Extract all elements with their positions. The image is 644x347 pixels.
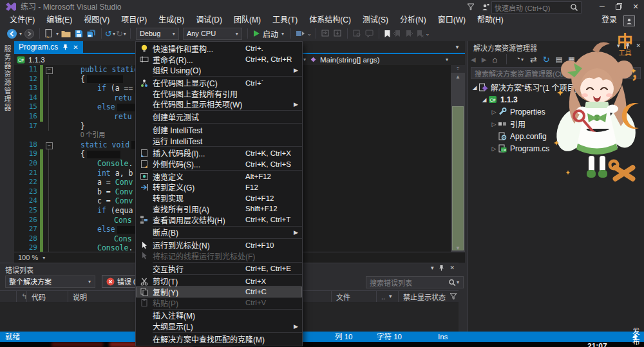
suppression-column-header[interactable]: 禁止显示状态	[399, 291, 458, 302]
navigate-back-dropdown-icon[interactable]: ▾	[19, 31, 22, 37]
start-debugging-button[interactable]: 启动 ▾	[254, 28, 285, 39]
solution-explorer-search[interactable]: 搜索解决方案资源管理器(Ctrl+;)	[471, 67, 641, 79]
back-icon[interactable]: ◀	[471, 55, 476, 64]
attach-debugger-icon[interactable]	[296, 29, 305, 38]
minimize-button[interactable]: ─	[594, 0, 611, 13]
toolbar-overflow-icon[interactable]: ⌄	[426, 31, 430, 37]
context-menu-item[interactable]: 在代码图上查找所有引用	[136, 88, 302, 99]
new-file-dropdown-icon[interactable]: ▾	[56, 31, 59, 37]
tree-collapsed-arrow-icon[interactable]: ▷	[490, 145, 498, 152]
new-file-button[interactable]	[44, 28, 54, 39]
tree-collapsed-arrow-icon[interactable]: ▷	[490, 109, 498, 115]
menubar-item[interactable]: 文件(F)	[4, 14, 41, 26]
menubar-item[interactable]: 工具(T)	[267, 14, 303, 26]
project-dropdown[interactable]: C# 1.1.3	[14, 56, 45, 64]
context-menu-item[interactable]: 大纲显示(L)▶	[136, 321, 302, 332]
bookmark-button[interactable]	[384, 30, 391, 38]
dots-column-header[interactable]: ..▼	[377, 291, 399, 302]
file-column-header[interactable]: 文件	[332, 291, 377, 302]
undo-button[interactable]: ↺	[105, 30, 112, 38]
context-menu-item[interactable]: 查看调用层次结构(H)Ctrl+K, Ctrl+T	[136, 214, 302, 225]
undo-dropdown-icon[interactable]: ▾	[113, 31, 115, 37]
tree-item-refs[interactable]: ▷引用	[468, 118, 644, 130]
save-button[interactable]	[74, 29, 84, 39]
tree-item-cs[interactable]: ▷C#Program.cs	[468, 142, 644, 155]
send-feedback-person-icon[interactable]	[482, 3, 489, 11]
pin-icon[interactable]	[62, 44, 68, 50]
menubar-item[interactable]: 窗口(W)	[432, 14, 471, 26]
context-menu-item[interactable]: 速览定义Alt+F12	[136, 171, 302, 182]
context-menu-item[interactable]: 在代码图上显示相关项(W)▶	[136, 99, 302, 110]
code-column-header[interactable]: 代码	[27, 291, 68, 302]
home-icon[interactable]: ⌂	[492, 55, 497, 64]
context-menu-item[interactable]: 在代码图上显示(C)Ctrl+`	[136, 77, 302, 88]
redo-button[interactable]: ↻	[116, 30, 123, 38]
bookmark-prev-icon[interactable]	[393, 30, 402, 38]
attach-dropdown-icon[interactable]: ⌄	[307, 31, 312, 37]
context-menu-item[interactable]: 转到实现Ctrl+F12	[136, 192, 302, 203]
publish-button[interactable]: 发布 ▴	[632, 332, 639, 342]
close-tab-icon[interactable]: ✕	[73, 44, 78, 51]
context-menu-item[interactable]: 插入注释(M)	[136, 310, 302, 321]
menubar-item[interactable]: 项目(P)	[115, 14, 153, 26]
forward-icon[interactable]: ▶	[482, 55, 487, 64]
fold-collapse-icon[interactable]: −	[43, 65, 55, 75]
error-list-search[interactable]: 搜索错误列表 ▾	[366, 276, 464, 288]
context-menu-item[interactable]: 外侧代码(S)...Ctrl+K, Ctrl+S	[136, 158, 302, 169]
context-menu-item[interactable]: 运行 IntelliTest	[136, 135, 302, 146]
context-menu-item[interactable]: 创建单元测试	[136, 111, 302, 122]
refresh-icon[interactable]: ↻	[543, 55, 550, 64]
step-into-icon[interactable]	[333, 29, 343, 38]
scroll-down-icon[interactable]: ▼	[451, 245, 465, 251]
menubar-item[interactable]: 调试(D)	[190, 14, 228, 26]
context-menu-item[interactable]: 创建 IntelliTest	[136, 124, 302, 135]
window-position-dropdown-icon[interactable]: ▾	[431, 265, 434, 271]
menubar-item[interactable]: 编辑(E)	[41, 14, 78, 26]
scope-filter-combo[interactable]: 整个解决方案 ▾	[5, 276, 95, 288]
menubar-item[interactable]: 帮助(H)	[471, 14, 509, 26]
tree-item-wrench[interactable]: ▷Properties	[468, 106, 644, 118]
server-explorer-vertical-tab[interactable]: 服务器资源管理器	[1, 45, 14, 112]
navigate-back-button[interactable]	[6, 28, 17, 39]
context-menu-item[interactable]: 运行到光标处(N)Ctrl+F10	[136, 239, 302, 250]
context-menu-item[interactable]: 重命名(R)...Ctrl+R, Ctrl+R	[136, 54, 302, 65]
step-over-icon[interactable]	[321, 29, 330, 38]
menubar-item[interactable]: 生成(B)	[153, 14, 190, 26]
scroll-up-icon[interactable]: ▲	[451, 74, 465, 80]
tree-collapsed-arrow-icon[interactable]: ▷	[490, 121, 498, 127]
avatar[interactable]	[623, 15, 635, 26]
tree-item-csproj[interactable]: ◢C#1.1.3	[468, 93, 644, 106]
context-menu-item[interactable]: 在解决方案中查找匹配的克隆(M)	[136, 333, 302, 344]
context-menu-item[interactable]: 组织 Using(O)▶	[136, 64, 302, 75]
debug-configuration-combo[interactable]: Debug ▾	[136, 28, 179, 40]
editor-zoom-control[interactable]: 100 % ▾	[14, 254, 46, 261]
context-menu-item[interactable]: 剪切(T)Ctrl+X	[136, 276, 302, 286]
close-panel-icon[interactable]: ✕	[636, 42, 641, 49]
severity-column-header[interactable]	[0, 291, 17, 302]
pin-icon[interactable]	[439, 265, 444, 271]
navigate-forward-button[interactable]	[24, 28, 35, 39]
sign-in-link[interactable]: 登录	[601, 14, 617, 26]
context-menu-item[interactable]: 复制(Y)Ctrl+C	[136, 286, 302, 297]
save-all-button[interactable]	[86, 29, 97, 39]
member-dropdown[interactable]: ▾ Main(string[] args) ▾	[303, 56, 448, 64]
redo-dropdown-icon[interactable]: ▾	[124, 31, 126, 37]
comment-icon[interactable]	[365, 29, 374, 38]
tree-expanded-arrow-icon[interactable]: ◢	[480, 97, 488, 103]
menubar-item[interactable]: 分析(N)	[394, 14, 432, 26]
vertical-scrollbar[interactable]: ÷ ▲ ▼ ▶	[451, 65, 465, 252]
restore-button[interactable]	[611, 0, 627, 13]
order-column-header[interactable]: ↰	[17, 291, 27, 302]
menubar-item[interactable]: 团队(M)	[228, 14, 267, 26]
context-menu-item[interactable]: 断点(B)▶	[136, 227, 302, 238]
find-in-files-icon[interactable]	[352, 29, 362, 38]
bookmark-next-icon[interactable]	[404, 30, 413, 38]
tree-item-config[interactable]: App.config	[468, 130, 644, 142]
platform-combo[interactable]: Any CPU ▾	[183, 28, 242, 40]
split-window-handle[interactable]: ÷	[451, 65, 465, 73]
open-file-button[interactable]	[61, 29, 71, 39]
context-menu-item[interactable]: 转到定义(G)F12	[136, 182, 302, 193]
pending-changes-filter-icon[interactable]: ◔▾	[516, 55, 524, 64]
scrollbar-thumb[interactable]	[452, 106, 464, 250]
preview-selected-items-icon[interactable]: ▦	[568, 55, 574, 64]
